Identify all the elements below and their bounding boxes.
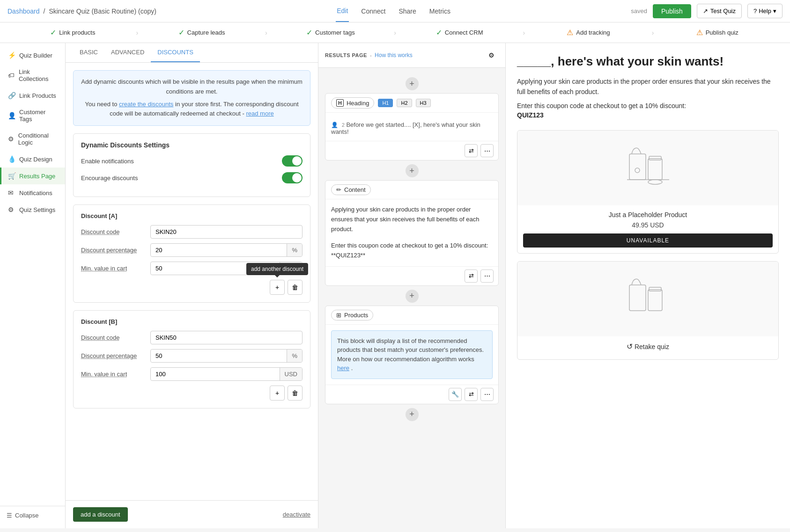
progress-customer-tags[interactable]: ✓ Customer tags bbox=[269, 28, 392, 37]
products-block-body: This block will display a list of the re… bbox=[325, 325, 498, 385]
svg-point-3 bbox=[635, 168, 640, 173]
read-more-link[interactable]: read more bbox=[246, 110, 273, 117]
h3-button[interactable]: H3 bbox=[416, 99, 431, 107]
discount-a-code-input[interactable] bbox=[150, 225, 303, 239]
discount-b-code-input[interactable] bbox=[150, 331, 303, 344]
products-wrench-button[interactable]: 🔧 bbox=[449, 388, 462, 401]
encourage-discounts-toggle[interactable] bbox=[282, 172, 303, 183]
how-this-works-link[interactable]: How this works bbox=[375, 52, 413, 58]
discount-b-actions: + 🗑 bbox=[81, 386, 303, 401]
tab-share[interactable]: Share bbox=[398, 1, 417, 22]
content-more-button[interactable]: ⋯ bbox=[480, 270, 494, 283]
svg-rect-6 bbox=[629, 285, 646, 311]
enable-notifications-toggle[interactable] bbox=[282, 155, 303, 167]
h1-button[interactable]: H1 bbox=[378, 99, 393, 107]
svg-point-5 bbox=[648, 180, 662, 184]
add-block-middle-button[interactable]: + bbox=[406, 164, 419, 177]
products-block-header: ⊞ Products bbox=[325, 306, 498, 325]
settings-gear-button[interactable]: ⚙ bbox=[484, 48, 499, 63]
heading-block-body: 👤 2 Before we get started.... [X], here'… bbox=[325, 113, 498, 141]
help-button[interactable]: ? Help ▾ bbox=[747, 4, 783, 18]
add-discount-button[interactable]: add a discount bbox=[73, 507, 128, 522]
add-discount-row-button[interactable]: + bbox=[270, 280, 285, 295]
products-block-label[interactable]: ⊞ Products bbox=[331, 310, 373, 321]
discount-a-percent-row: Discount percentage % bbox=[81, 243, 303, 257]
discount-code-label-b: Discount code bbox=[81, 334, 147, 341]
sidebar-item-results-page[interactable]: 🛒 Results Page bbox=[0, 168, 65, 184]
tab-basic[interactable]: BASIC bbox=[73, 43, 104, 62]
progress-publish-quiz[interactable]: ⚠ Publish quiz bbox=[656, 28, 779, 37]
sidebar-item-notifications[interactable]: ✉ Notifications bbox=[0, 184, 65, 201]
middle-panel: RESULTS PAGE - How this works ⚙ + H Head… bbox=[318, 43, 506, 528]
progress-label: Customer tags bbox=[315, 29, 355, 36]
product-image-2 bbox=[517, 262, 778, 336]
tab-connect[interactable]: Connect bbox=[360, 1, 386, 22]
heading-swap-button[interactable]: ⇄ bbox=[465, 144, 478, 157]
sidebar-item-conditional-logic[interactable]: ⚙ Conditional Logic bbox=[0, 127, 65, 151]
add-discount-b-row-button[interactable]: + bbox=[270, 386, 285, 401]
content-block: ✏ Content Applying your skin care produc… bbox=[325, 180, 499, 286]
content-block-label[interactable]: ✏ Content bbox=[331, 184, 371, 195]
products-block-actions: 🔧 ⇄ ⋯ bbox=[325, 385, 498, 404]
sidebar-item-link-collections[interactable]: 🏷 Link Collections bbox=[0, 64, 65, 87]
dashboard-link[interactable]: Dashboard bbox=[7, 7, 40, 15]
delete-discount-b-button[interactable]: 🗑 bbox=[288, 386, 303, 401]
collapse-button[interactable]: ☰ Collapse bbox=[0, 506, 65, 525]
percent-suffix: % bbox=[287, 244, 302, 256]
create-discounts-link[interactable]: create the discounts bbox=[119, 101, 173, 108]
delete-discount-a-button[interactable]: 🗑 bbox=[288, 280, 303, 295]
heading-more-button[interactable]: ⋯ bbox=[480, 144, 494, 157]
publish-button[interactable]: Publish bbox=[653, 4, 691, 18]
sidebar-item-quiz-builder[interactable]: ⚡ Quiz Builder bbox=[0, 47, 65, 64]
content-block-actions: ⇄ ⋯ bbox=[325, 266, 498, 285]
add-block-top-button[interactable]: + bbox=[406, 77, 419, 90]
progress-label: Connect CRM bbox=[445, 29, 483, 36]
heading-block-actions: ⇄ ⋯ bbox=[325, 141, 498, 160]
customer-tags-icon: 👤 bbox=[8, 112, 15, 119]
sidebar-item-quiz-settings[interactable]: ⚙ Quiz Settings bbox=[0, 201, 65, 218]
content-swap-button[interactable]: ⇄ bbox=[465, 270, 478, 283]
top-navigation: Dashboard / Skincare Quiz (Basic Routine… bbox=[0, 0, 790, 22]
progress-connect-crm[interactable]: ✓ Connect CRM bbox=[398, 28, 521, 37]
heading-h-icon: H bbox=[336, 99, 344, 107]
test-quiz-button[interactable]: ↗ Test Quiz bbox=[697, 4, 742, 18]
sidebar-item-link-products[interactable]: 🔗 Link Products bbox=[0, 87, 65, 104]
recommendation-link[interactable]: here bbox=[337, 364, 349, 372]
progress-link-products[interactable]: ✓ Link products bbox=[11, 28, 134, 37]
product-price-1: 49.95 USD bbox=[523, 221, 773, 229]
tab-discounts[interactable]: DISCOUNTS bbox=[151, 43, 200, 62]
add-block-bottom-button[interactable]: + bbox=[406, 408, 419, 421]
tab-advanced[interactable]: ADVANCED bbox=[104, 43, 151, 62]
discount-b-min-cart-input-group: USD bbox=[150, 367, 303, 381]
unavailable-button-1[interactable]: UNAVAILABLE bbox=[523, 233, 773, 248]
breadcrumb-separator: / bbox=[44, 7, 45, 15]
check-icon: ✓ bbox=[436, 28, 442, 37]
sidebar-item-customer-tags[interactable]: 👤 Customer Tags bbox=[0, 104, 65, 127]
products-swap-button[interactable]: ⇄ bbox=[465, 388, 478, 401]
content-text-1: Applying your skin care products in the … bbox=[331, 205, 493, 234]
panel-content: Add dynamic discounts which will be visi… bbox=[66, 63, 318, 500]
heading-block-label[interactable]: H Heading bbox=[331, 97, 374, 109]
add-block-products-button[interactable]: + bbox=[406, 290, 419, 303]
products-more-button[interactable]: ⋯ bbox=[480, 388, 494, 401]
progress-add-tracking[interactable]: ⚠ Add tracking bbox=[527, 28, 650, 37]
product-info-1: Just a Placeholder Product 49.95 USD UNA… bbox=[517, 205, 778, 253]
heading-block: H Heading H1 H2 H3 👤 2 Before we get sta… bbox=[325, 93, 499, 160]
discount-a-percent-input[interactable] bbox=[151, 244, 287, 256]
progress-label: Link products bbox=[59, 29, 95, 36]
tab-metrics[interactable]: Metrics bbox=[428, 1, 451, 22]
help-icon: ? bbox=[753, 7, 757, 15]
header-dash: - bbox=[370, 52, 372, 58]
middle-header: RESULTS PAGE - How this works ⚙ bbox=[318, 43, 505, 68]
content-block-header: ✏ Content bbox=[325, 181, 498, 199]
deactivate-button[interactable]: deactivate bbox=[283, 511, 310, 518]
tab-edit[interactable]: Edit bbox=[336, 0, 349, 22]
discount-b-percent-input[interactable] bbox=[151, 350, 287, 362]
content-block-body: Applying your skin care products in the … bbox=[325, 199, 498, 266]
progress-capture-leads[interactable]: ✓ Capture leads bbox=[140, 28, 263, 37]
results-page-label: RESULTS PAGE bbox=[325, 52, 367, 58]
sidebar-item-quiz-design[interactable]: 💧 Quiz Design bbox=[0, 151, 65, 168]
h2-button[interactable]: H2 bbox=[397, 99, 412, 107]
warning-icon: ⚠ bbox=[567, 28, 573, 37]
discount-b-min-cart-input[interactable] bbox=[151, 368, 280, 380]
